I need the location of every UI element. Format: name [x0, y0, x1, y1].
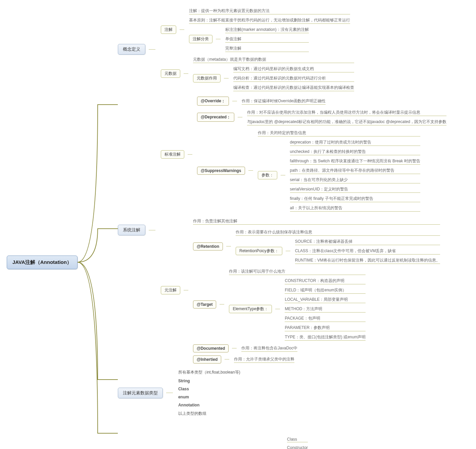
node-suppress-params[interactable]: 参数：	[258, 171, 277, 179]
node-meta-usage[interactable]: 元数据作用	[193, 74, 221, 82]
text-dt-array: 以上类型的数组	[178, 410, 240, 417]
node-documented[interactable]: @Documented	[193, 344, 229, 352]
node-deprecated[interactable]: @Deprecated：	[197, 113, 234, 122]
text-retention-use: 作用：表示需要在什么级别保存该注释信息	[236, 229, 440, 236]
text-et-parameter: PARAMETER：参数声明	[285, 324, 366, 331]
branch-concept: 概念定义 注解 注解：提供一种为程序元素设置元数据的方法 基本原则：注解不能直接…	[118, 7, 446, 92]
text-dt-enum: enum	[178, 394, 240, 400]
text-et-package: PACKAGE：包声明	[285, 315, 366, 322]
level1-container: 概念定义 注解 注解：提供一种为程序元素设置元数据的方法 基本原则：注解不能直接…	[118, 7, 446, 449]
text-suppress-use: 作用：关闭特定的警告信息	[258, 129, 420, 136]
node-meta-anno[interactable]: 元注解	[161, 286, 180, 294]
text-sp-finally: finally：任何 finally 子句不能正常完成时的警告	[290, 195, 420, 202]
node-standard[interactable]: 标准注解	[161, 150, 184, 159]
text-target-use: 作用：该注解可以用于什么地方	[229, 268, 366, 275]
text-et-constructor: CONSTRUCTOR：构造器的声明	[285, 277, 366, 284]
text-rp-runtime: RUNTIME：VM将在运行时也保留注释，因此可以通过反射机制读取注释的信息。	[295, 257, 440, 264]
node-datatypes[interactable]: 注解元素数据类型	[118, 388, 163, 398]
text-impl-constructor: Constructor	[287, 445, 308, 449]
branch-extract: 提取注解 java.lang.reflect.AnnotatedElement接…	[118, 436, 446, 449]
text-inherited: 作用：允许子类继承父类中的注释	[234, 356, 294, 363]
text-meta-anno-use: 作用：负责注解其他注解	[193, 218, 440, 225]
text-sp-serial: serial：当在可序列化的类上缺少	[290, 176, 420, 183]
node-elementtype[interactable]: ElementType参数：	[229, 305, 272, 313]
branch-system: 系统注解 标准注解 @Override： 作用：保证编译时候Override函数…	[118, 97, 446, 363]
node-override[interactable]: @Override：	[197, 97, 229, 106]
text-dt-string: String	[178, 378, 240, 384]
root-fork	[78, 78, 118, 447]
text-meta-doc: 编写文档：通过代码里标识的元数据生成文档	[233, 65, 354, 72]
text-et-field: FIELD：域声明（包括enum实例）	[285, 287, 366, 294]
text-full: 完整注解	[225, 45, 309, 52]
text-single-value: 单值注解	[225, 36, 309, 43]
text-sp-fallthrough: fallthrough：当 Switch 程序块直接通往下一种情况而没有 Bre…	[290, 158, 420, 165]
text-dt-primitive: 所有基本类型（int,float,boolean等)	[178, 369, 240, 376]
node-anno-classify[interactable]: 注解分类	[189, 35, 212, 43]
text-impl-class: Class	[287, 436, 308, 442]
text-sp-all: all：关于以上所有情况的警告	[290, 205, 420, 212]
text-sp-unchecked: unchecked：执行了未检查的转换时的警告	[290, 148, 420, 155]
text-et-method: METHOD：方法声明	[285, 305, 366, 313]
text-deprecated-1: 作用：对不应该在使用的方法添加注释，当编程人员使用这些方法时，将会在编译时显示提…	[247, 109, 446, 116]
node-retention-policy[interactable]: RetentionPoicy参数：	[236, 247, 282, 255]
root-node[interactable]: JAVA注解（Annotation）	[7, 256, 78, 269]
text-meta-check: 编译检查：通过代码里标识的元数据让编译器能实现基本的编译检查	[233, 84, 354, 91]
text-rp-class: CLASS：注释在class文件中可用，但会被VM丢弃，缺省	[295, 247, 440, 255]
node-suppress[interactable]: @SuppressWarnings	[197, 167, 245, 175]
text-sp-deprecation: deprecation：使用了过时的类或方法时的警告	[290, 139, 420, 146]
node-concept[interactable]: 概念定义	[118, 44, 145, 55]
text-anno-def: 注解：提供一种为程序元素设置元数据的方法	[189, 7, 350, 14]
text-marker: 标注注解(marker annotation)：没有元素的注解	[225, 26, 309, 33]
node-inherited[interactable]: @Inhertied	[193, 355, 221, 363]
text-et-local: LOCAL_VARIABLE：局部变量声明	[285, 296, 366, 303]
node-target[interactable]: @Target	[193, 300, 216, 308]
node-metadata[interactable]: 元数据	[161, 69, 180, 78]
node-annotation[interactable]: 注解	[161, 25, 176, 34]
text-anno-principle: 基本原则：注解不能直接干扰程序代码的运行，无论增加或删除注解，代码都能够正常运行	[189, 17, 350, 24]
text-documented: 作用：将注释包含在JavaDoc中	[241, 345, 297, 352]
node-retention[interactable]: @Retention	[193, 242, 223, 250]
text-et-type: TYPE：类、接口(包括注解类型) 或enum声明	[285, 334, 366, 341]
text-dt-annotation: Annotation	[178, 402, 240, 408]
text-sp-path: path：在类路径、源文件路径等中有不存在的路径时的警告	[290, 167, 420, 174]
branch-datatypes: 注解元素数据类型 所有基本类型（int,float,boolean等) Stri…	[118, 368, 446, 417]
text-dt-class: Class	[178, 386, 240, 392]
text-override: 作用：保证编译时候Override函数的声明正确性	[242, 98, 326, 105]
text-meta-analysis: 代码分析：通过代码里标识的元数据对代码进行分析	[233, 75, 354, 82]
mindmap-root: JAVA注解（Annotation） 概念定义 注解 注解：提供一种为程序元素设…	[7, 7, 469, 449]
text-meta-def: 元数据（metadata）就是关于数据的数据	[193, 56, 354, 63]
text-sp-serialuid: serialVersionUID：定义时的警告	[290, 186, 420, 193]
text-deprecated-2: 与javadoc里的 @deprecated标记有相同的功能，准确的说，它还不如…	[247, 118, 446, 125]
text-rp-source: SOURCE：注释将被编译器丢掉	[295, 238, 440, 245]
node-system[interactable]: 系统注解	[118, 225, 145, 235]
